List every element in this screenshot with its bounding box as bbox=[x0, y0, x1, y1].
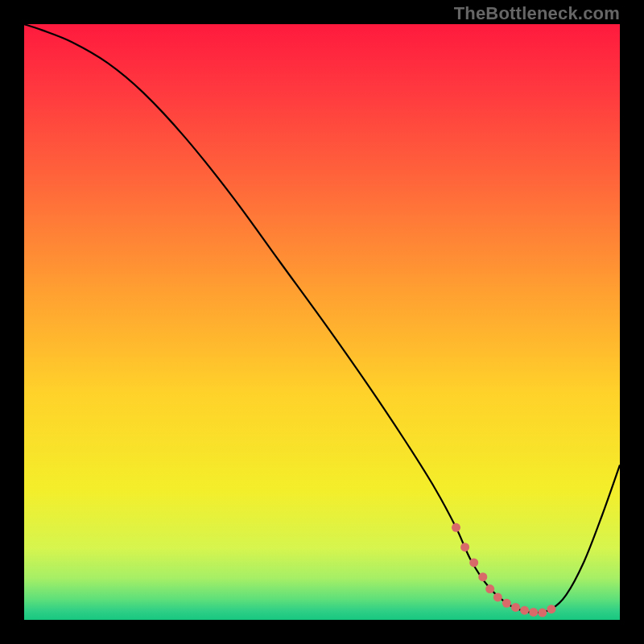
bottleneck-curve bbox=[24, 24, 620, 613]
valley-dot bbox=[493, 592, 502, 601]
plot-area bbox=[24, 24, 620, 620]
curve-layer bbox=[24, 24, 620, 620]
valley-dot bbox=[469, 558, 478, 567]
valley-dots bbox=[452, 523, 555, 617]
valley-dot bbox=[520, 606, 529, 615]
valley-dot bbox=[538, 609, 547, 617]
valley-dot bbox=[529, 608, 538, 617]
valley-dot bbox=[511, 603, 520, 612]
valley-dot bbox=[547, 605, 555, 613]
watermark-text: TheBottleneck.com bbox=[454, 3, 620, 24]
valley-dot bbox=[478, 572, 487, 581]
valley-dot bbox=[460, 543, 469, 551]
chart-frame: TheBottleneck.com bbox=[0, 0, 644, 644]
valley-dot bbox=[452, 523, 460, 532]
valley-dot bbox=[502, 599, 511, 608]
valley-dot bbox=[485, 584, 494, 593]
